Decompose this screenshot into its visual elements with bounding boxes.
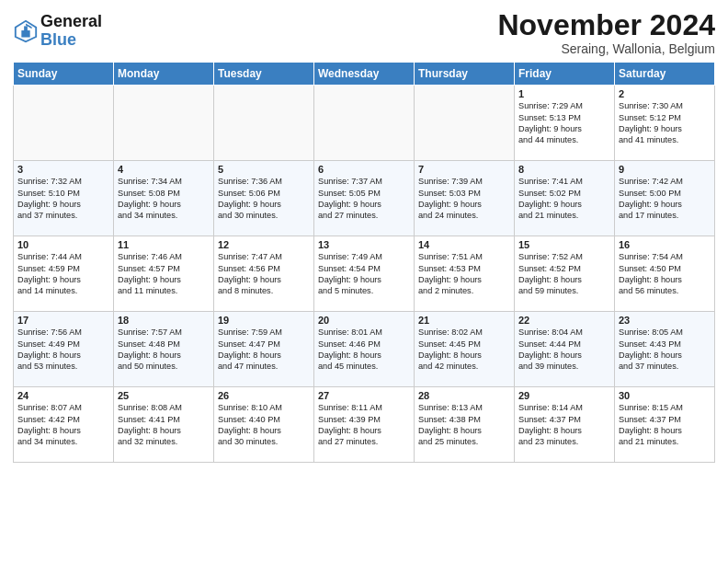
day-number: 8 — [518, 164, 610, 175]
header-monday: Monday — [114, 63, 214, 86]
calendar-cell-w1-d7: 2Sunrise: 7:30 AM Sunset: 5:12 PM Daylig… — [615, 86, 715, 161]
day-info: Sunrise: 7:41 AM Sunset: 5:02 PM Dayligh… — [518, 176, 610, 222]
day-info: Sunrise: 7:49 AM Sunset: 4:54 PM Dayligh… — [318, 251, 410, 297]
day-number: 15 — [518, 239, 610, 250]
day-info: Sunrise: 7:46 AM Sunset: 4:57 PM Dayligh… — [118, 251, 210, 297]
header-thursday: Thursday — [415, 63, 515, 86]
calendar-cell-w4-d4: 20Sunrise: 8:01 AM Sunset: 4:46 PM Dayli… — [314, 312, 415, 387]
day-number: 24 — [17, 390, 109, 401]
day-info: Sunrise: 8:15 AM Sunset: 4:37 PM Dayligh… — [619, 402, 711, 448]
day-info: Sunrise: 8:04 AM Sunset: 4:44 PM Dayligh… — [518, 327, 610, 373]
calendar-cell-w2-d3: 5Sunrise: 7:36 AM Sunset: 5:06 PM Daylig… — [214, 161, 314, 236]
day-number: 23 — [619, 315, 711, 326]
day-info: Sunrise: 7:57 AM Sunset: 4:48 PM Dayligh… — [118, 327, 210, 373]
day-info: Sunrise: 7:42 AM Sunset: 5:00 PM Dayligh… — [619, 176, 711, 222]
title-block: November 2024 Seraing, Wallonia, Belgium — [497, 9, 715, 56]
day-number: 1 — [518, 88, 610, 99]
calendar-week-3: 10Sunrise: 7:44 AM Sunset: 4:59 PM Dayli… — [14, 236, 715, 312]
month-title: November 2024 — [497, 9, 715, 41]
day-number: 14 — [418, 239, 510, 250]
day-number: 10 — [17, 239, 109, 250]
calendar-cell-w2-d5: 7Sunrise: 7:39 AM Sunset: 5:03 PM Daylig… — [415, 161, 515, 236]
day-info: Sunrise: 8:07 AM Sunset: 4:42 PM Dayligh… — [17, 402, 109, 448]
day-info: Sunrise: 8:10 AM Sunset: 4:40 PM Dayligh… — [218, 402, 310, 448]
day-info: Sunrise: 7:56 AM Sunset: 4:49 PM Dayligh… — [17, 327, 109, 373]
calendar-cell-w3-d5: 14Sunrise: 7:51 AM Sunset: 4:53 PM Dayli… — [415, 236, 515, 312]
day-number: 29 — [518, 390, 610, 401]
header-saturday: Saturday — [615, 63, 715, 86]
calendar-cell-w4-d5: 21Sunrise: 8:02 AM Sunset: 4:45 PM Dayli… — [415, 312, 515, 387]
day-number: 3 — [17, 164, 109, 175]
location-subtitle: Seraing, Wallonia, Belgium — [497, 41, 715, 56]
calendar-cell-w4-d3: 19Sunrise: 7:59 AM Sunset: 4:47 PM Dayli… — [214, 312, 314, 387]
calendar-cell-w4-d2: 18Sunrise: 7:57 AM Sunset: 4:48 PM Dayli… — [114, 312, 214, 387]
calendar-cell-w3-d6: 15Sunrise: 7:52 AM Sunset: 4:52 PM Dayli… — [515, 236, 615, 312]
logo: General Blue — [13, 13, 102, 50]
day-info: Sunrise: 7:34 AM Sunset: 5:08 PM Dayligh… — [118, 176, 210, 222]
day-info: Sunrise: 8:11 AM Sunset: 4:39 PM Dayligh… — [318, 402, 410, 448]
day-number: 25 — [118, 390, 210, 401]
header-friday: Friday — [515, 63, 615, 86]
calendar-cell-w1-d2 — [114, 86, 214, 161]
calendar-cell-w5-d4: 27Sunrise: 8:11 AM Sunset: 4:39 PM Dayli… — [314, 387, 415, 463]
day-number: 4 — [118, 164, 210, 175]
day-info: Sunrise: 7:36 AM Sunset: 5:06 PM Dayligh… — [218, 176, 310, 222]
calendar-cell-w3-d3: 12Sunrise: 7:47 AM Sunset: 4:56 PM Dayli… — [214, 236, 314, 312]
calendar-week-4: 17Sunrise: 7:56 AM Sunset: 4:49 PM Dayli… — [14, 312, 715, 387]
day-info: Sunrise: 7:37 AM Sunset: 5:05 PM Dayligh… — [318, 176, 410, 222]
day-number: 13 — [318, 239, 410, 250]
day-info: Sunrise: 7:54 AM Sunset: 4:50 PM Dayligh… — [619, 251, 711, 297]
day-info: Sunrise: 8:01 AM Sunset: 4:46 PM Dayligh… — [318, 327, 410, 373]
calendar-cell-w3-d2: 11Sunrise: 7:46 AM Sunset: 4:57 PM Dayli… — [114, 236, 214, 312]
day-number: 17 — [17, 315, 109, 326]
day-number: 19 — [218, 315, 310, 326]
calendar-week-2: 3Sunrise: 7:32 AM Sunset: 5:10 PM Daylig… — [14, 161, 715, 236]
calendar-cell-w5-d6: 29Sunrise: 8:14 AM Sunset: 4:37 PM Dayli… — [515, 387, 615, 463]
svg-marker-4 — [21, 30, 29, 37]
calendar-cell-w3-d4: 13Sunrise: 7:49 AM Sunset: 4:54 PM Dayli… — [314, 236, 415, 312]
calendar-week-5: 24Sunrise: 8:07 AM Sunset: 4:42 PM Dayli… — [14, 387, 715, 463]
calendar-cell-w2-d2: 4Sunrise: 7:34 AM Sunset: 5:08 PM Daylig… — [114, 161, 214, 236]
day-number: 16 — [619, 239, 711, 250]
calendar-cell-w5-d5: 28Sunrise: 8:13 AM Sunset: 4:38 PM Dayli… — [415, 387, 515, 463]
calendar-cell-w4-d7: 23Sunrise: 8:05 AM Sunset: 4:43 PM Dayli… — [615, 312, 715, 387]
calendar-cell-w1-d6: 1Sunrise: 7:29 AM Sunset: 5:13 PM Daylig… — [515, 86, 615, 161]
day-number: 12 — [218, 239, 310, 250]
day-info: Sunrise: 7:44 AM Sunset: 4:59 PM Dayligh… — [17, 251, 109, 297]
day-number: 26 — [218, 390, 310, 401]
day-info: Sunrise: 7:59 AM Sunset: 4:47 PM Dayligh… — [218, 327, 310, 373]
calendar-table: Sunday Monday Tuesday Wednesday Thursday… — [13, 62, 715, 463]
calendar-cell-w2-d6: 8Sunrise: 7:41 AM Sunset: 5:02 PM Daylig… — [515, 161, 615, 236]
day-number: 21 — [418, 315, 510, 326]
calendar-cell-w5-d2: 25Sunrise: 8:08 AM Sunset: 4:41 PM Dayli… — [114, 387, 214, 463]
calendar-cell-w2-d1: 3Sunrise: 7:32 AM Sunset: 5:10 PM Daylig… — [14, 161, 114, 236]
calendar-cell-w1-d3 — [214, 86, 314, 161]
day-number: 7 — [418, 164, 510, 175]
day-info: Sunrise: 8:05 AM Sunset: 4:43 PM Dayligh… — [619, 327, 711, 373]
day-info: Sunrise: 8:14 AM Sunset: 4:37 PM Dayligh… — [518, 402, 610, 448]
day-number: 20 — [318, 315, 410, 326]
day-number: 27 — [318, 390, 410, 401]
calendar-cell-w1-d4 — [314, 86, 415, 161]
day-info: Sunrise: 7:52 AM Sunset: 4:52 PM Dayligh… — [518, 251, 610, 297]
day-number: 6 — [318, 164, 410, 175]
calendar-cell-w3-d1: 10Sunrise: 7:44 AM Sunset: 4:59 PM Dayli… — [14, 236, 114, 312]
day-number: 5 — [218, 164, 310, 175]
calendar-cell-w2-d4: 6Sunrise: 7:37 AM Sunset: 5:05 PM Daylig… — [314, 161, 415, 236]
day-info: Sunrise: 7:47 AM Sunset: 4:56 PM Dayligh… — [218, 251, 310, 297]
day-info: Sunrise: 7:29 AM Sunset: 5:13 PM Dayligh… — [518, 100, 610, 146]
calendar-cell-w5-d3: 26Sunrise: 8:10 AM Sunset: 4:40 PM Dayli… — [214, 387, 314, 463]
header-tuesday: Tuesday — [214, 63, 314, 86]
day-info: Sunrise: 7:39 AM Sunset: 5:03 PM Dayligh… — [418, 176, 510, 222]
header-sunday: Sunday — [14, 63, 114, 86]
day-number: 22 — [518, 315, 610, 326]
header-wednesday: Wednesday — [314, 63, 415, 86]
day-number: 28 — [418, 390, 510, 401]
calendar-cell-w1-d5 — [415, 86, 515, 161]
day-info: Sunrise: 8:02 AM Sunset: 4:45 PM Dayligh… — [418, 327, 510, 373]
day-number: 30 — [619, 390, 711, 401]
day-info: Sunrise: 7:30 AM Sunset: 5:12 PM Dayligh… — [619, 100, 711, 146]
day-number: 11 — [118, 239, 210, 250]
day-number: 9 — [619, 164, 711, 175]
calendar-cell-w4-d6: 22Sunrise: 8:04 AM Sunset: 4:44 PM Dayli… — [515, 312, 615, 387]
